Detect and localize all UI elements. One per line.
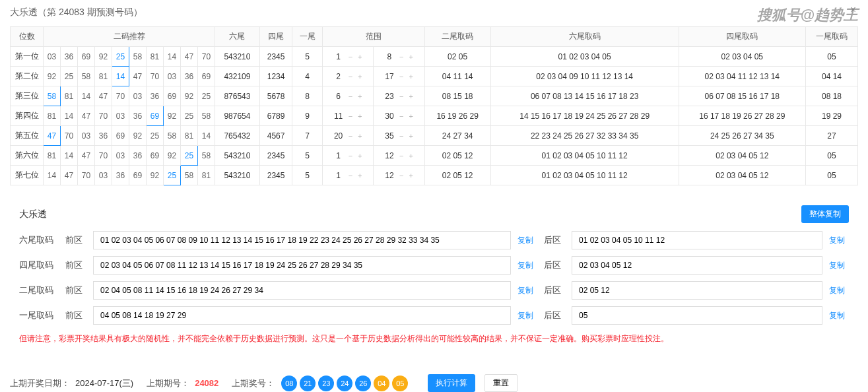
back-input[interactable] xyxy=(572,231,822,249)
close-icon[interactable]: × xyxy=(850,4,856,16)
number-cell[interactable]: 92 xyxy=(147,166,164,185)
execute-button[interactable]: 执行计算 xyxy=(428,374,475,392)
number-cell[interactable]: 03 xyxy=(95,166,112,185)
number-cell[interactable]: 58 xyxy=(198,146,215,166)
minus-icon[interactable]: − xyxy=(398,73,405,81)
number-cell[interactable]: 47 xyxy=(44,126,61,146)
number-cell[interactable]: 47 xyxy=(78,106,95,126)
number-cell[interactable]: 70 xyxy=(95,146,112,166)
number-cell[interactable]: 47 xyxy=(181,47,198,67)
number-cell[interactable]: 70 xyxy=(61,126,78,146)
number-cell[interactable]: 14 xyxy=(61,146,78,166)
copy-button[interactable]: 复制 xyxy=(517,285,537,296)
number-cell[interactable]: 03 xyxy=(78,126,95,146)
number-cell[interactable]: 03 xyxy=(112,146,129,166)
minus-icon[interactable]: − xyxy=(398,152,405,160)
number-cell[interactable]: 92 xyxy=(164,146,181,166)
number-cell[interactable]: 69 xyxy=(147,106,164,126)
number-cell[interactable]: 81 xyxy=(61,86,78,106)
minus-icon[interactable]: − xyxy=(347,172,354,180)
minus-icon[interactable]: − xyxy=(347,152,354,160)
number-cell[interactable]: 25 xyxy=(112,47,129,67)
front-input[interactable] xyxy=(93,256,511,275)
number-cell[interactable]: 25 xyxy=(164,166,181,185)
number-cell[interactable]: 14 xyxy=(78,86,95,106)
number-cell[interactable]: 70 xyxy=(95,106,112,126)
number-cell[interactable]: 03 xyxy=(129,86,147,106)
number-cell[interactable]: 25 xyxy=(198,86,215,106)
minus-icon[interactable]: − xyxy=(347,132,354,140)
reset-button[interactable]: 重置 xyxy=(484,374,517,392)
number-cell[interactable]: 81 xyxy=(198,166,215,185)
copy-button[interactable]: 复制 xyxy=(517,260,537,271)
minus-icon[interactable]: − xyxy=(347,92,354,100)
minus-icon[interactable]: − xyxy=(347,53,354,61)
number-cell[interactable]: 36 xyxy=(129,146,147,166)
plus-icon[interactable]: + xyxy=(356,152,363,160)
copy-button[interactable]: 复制 xyxy=(829,235,849,246)
minus-icon[interactable]: − xyxy=(398,112,405,120)
copy-button[interactable]: 复制 xyxy=(829,285,849,296)
copy-button[interactable]: 复制 xyxy=(517,235,537,246)
number-cell[interactable]: 92 xyxy=(181,86,198,106)
number-cell[interactable]: 14 xyxy=(44,166,61,185)
copy-all-button[interactable]: 整体复制 xyxy=(801,205,849,223)
number-cell[interactable]: 58 xyxy=(181,166,198,185)
number-cell[interactable]: 69 xyxy=(129,166,147,185)
minus-icon[interactable]: − xyxy=(398,132,405,140)
minus-icon[interactable]: − xyxy=(398,53,405,61)
number-cell[interactable]: 92 xyxy=(95,47,112,67)
number-cell[interactable]: 58 xyxy=(198,106,215,126)
number-cell[interactable]: 58 xyxy=(78,67,95,86)
plus-icon[interactable]: + xyxy=(407,92,414,100)
number-cell[interactable]: 81 xyxy=(147,47,164,67)
number-cell[interactable]: 14 xyxy=(61,106,78,126)
back-input[interactable] xyxy=(572,281,822,300)
number-cell[interactable]: 25 xyxy=(147,126,164,146)
front-input[interactable] xyxy=(93,306,511,325)
number-cell[interactable]: 69 xyxy=(164,86,181,106)
number-cell[interactable]: 36 xyxy=(112,166,129,185)
front-input[interactable] xyxy=(93,281,511,300)
plus-icon[interactable]: + xyxy=(356,53,363,61)
minus-icon[interactable]: − xyxy=(347,73,354,81)
number-cell[interactable]: 25 xyxy=(181,146,198,166)
number-cell[interactable]: 14 xyxy=(164,47,181,67)
number-cell[interactable]: 81 xyxy=(95,67,112,86)
minus-icon[interactable]: − xyxy=(347,112,354,120)
number-cell[interactable]: 03 xyxy=(44,47,61,67)
back-input[interactable] xyxy=(572,306,822,325)
number-cell[interactable]: 36 xyxy=(181,67,198,86)
plus-icon[interactable]: + xyxy=(407,112,414,120)
plus-icon[interactable]: + xyxy=(407,172,414,180)
number-cell[interactable]: 70 xyxy=(147,67,164,86)
number-cell[interactable]: 36 xyxy=(95,126,112,146)
number-cell[interactable]: 14 xyxy=(198,126,215,146)
plus-icon[interactable]: + xyxy=(407,73,414,81)
number-cell[interactable]: 47 xyxy=(95,86,112,106)
copy-button[interactable]: 复制 xyxy=(517,310,537,321)
front-input[interactable] xyxy=(93,231,511,249)
back-input[interactable] xyxy=(572,256,822,275)
number-cell[interactable]: 70 xyxy=(198,47,215,67)
number-cell[interactable]: 58 xyxy=(164,126,181,146)
number-cell[interactable]: 36 xyxy=(129,106,147,126)
plus-icon[interactable]: + xyxy=(356,112,363,120)
number-cell[interactable]: 25 xyxy=(181,106,198,126)
plus-icon[interactable]: + xyxy=(407,152,414,160)
number-cell[interactable]: 92 xyxy=(164,106,181,126)
number-cell[interactable]: 03 xyxy=(112,106,129,126)
number-cell[interactable]: 92 xyxy=(129,126,147,146)
number-cell[interactable]: 69 xyxy=(112,126,129,146)
number-cell[interactable]: 92 xyxy=(44,67,61,86)
number-cell[interactable]: 58 xyxy=(44,86,61,106)
minus-icon[interactable]: − xyxy=(398,92,405,100)
copy-button[interactable]: 复制 xyxy=(829,260,849,271)
plus-icon[interactable]: + xyxy=(356,132,363,140)
plus-icon[interactable]: + xyxy=(356,92,363,100)
number-cell[interactable]: 69 xyxy=(78,47,95,67)
number-cell[interactable]: 36 xyxy=(61,47,78,67)
number-cell[interactable]: 81 xyxy=(44,146,61,166)
number-cell[interactable]: 03 xyxy=(164,67,181,86)
number-cell[interactable]: 70 xyxy=(78,166,95,185)
